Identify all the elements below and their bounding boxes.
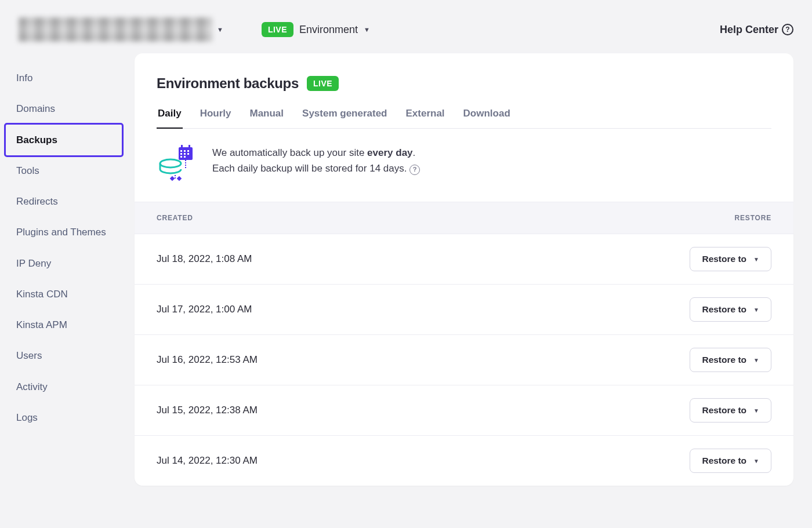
svg-rect-9 — [187, 150, 189, 152]
chevron-down-icon: ▼ — [753, 458, 759, 464]
sidebar-item-info[interactable]: Info — [6, 67, 122, 93]
backup-tabs: Daily Hourly Manual System generated Ext… — [157, 108, 771, 129]
svg-rect-3 — [177, 176, 182, 181]
sidebar-item-activity[interactable]: Activity — [6, 372, 122, 402]
sidebar-item-backups[interactable]: Backups — [6, 125, 122, 155]
svg-rect-10 — [180, 153, 182, 155]
question-circle-icon: ? — [782, 24, 793, 35]
info-line-2: Each daily backup will be stored for 14 … — [212, 161, 420, 176]
main-panel: Environment backups LIVE Daily Hourly Ma… — [135, 53, 793, 486]
chevron-down-icon: ▼ — [753, 307, 759, 313]
sidebar-item-users[interactable]: Users — [6, 340, 122, 371]
table-row: Jul 14, 2022, 12:30 AM Restore to ▼ — [135, 436, 793, 486]
svg-rect-12 — [187, 153, 189, 155]
restore-to-button[interactable]: Restore to ▼ — [690, 449, 771, 473]
sidebar-item-kinsta-cdn[interactable]: Kinsta CDN — [6, 279, 122, 309]
chevron-down-icon: ▼ — [364, 26, 370, 33]
sidebar-item-plugins-and-themes[interactable]: Plugins and Themes — [6, 217, 122, 247]
tab-hourly[interactable]: Hourly — [199, 108, 233, 128]
svg-rect-6 — [188, 145, 190, 148]
backup-calendar-icon — [158, 145, 196, 181]
site-name-redacted — [19, 17, 212, 42]
help-center-link[interactable]: Help Center ? — [720, 24, 793, 36]
live-badge: LIVE — [307, 76, 339, 91]
live-badge: LIVE — [262, 22, 293, 37]
sidebar-item-kinsta-apm[interactable]: Kinsta APM — [6, 309, 122, 340]
chevron-down-icon: ▼ — [753, 407, 759, 414]
environment-label: Environment — [299, 24, 358, 36]
tab-download[interactable]: Download — [462, 108, 512, 128]
site-selector[interactable]: ▼ — [19, 17, 223, 42]
tab-manual[interactable]: Manual — [248, 108, 285, 128]
sidebar-item-logs[interactable]: Logs — [6, 402, 122, 433]
topbar: ▼ LIVE Environment ▼ Help Center ? — [0, 0, 812, 53]
svg-rect-13 — [180, 156, 182, 158]
backup-created: Jul 15, 2022, 12:38 AM — [157, 405, 258, 416]
svg-rect-5 — [181, 145, 183, 148]
info-line-1: We automatically back up your site every… — [212, 145, 420, 161]
col-restore: RESTORE — [735, 214, 771, 222]
table-row: Jul 16, 2022, 12:53 AM Restore to ▼ — [135, 335, 793, 385]
backup-created: Jul 17, 2022, 1:00 AM — [157, 304, 252, 315]
col-created: CREATED — [157, 214, 193, 222]
chevron-down-icon: ▼ — [217, 26, 223, 33]
sidebar-item-tools[interactable]: Tools — [6, 155, 122, 186]
svg-point-0 — [160, 159, 181, 167]
sidebar: Info Domains Backups Tools Redirects Plu… — [6, 53, 122, 433]
backup-created: Jul 14, 2022, 12:30 AM — [157, 455, 258, 467]
table-row: Jul 15, 2022, 12:38 AM Restore to ▼ — [135, 385, 793, 436]
sidebar-item-domains[interactable]: Domains — [6, 93, 122, 124]
backup-created: Jul 16, 2022, 12:53 AM — [157, 354, 258, 366]
svg-rect-8 — [184, 150, 186, 152]
chevron-down-icon: ▼ — [753, 256, 759, 263]
restore-to-button[interactable]: Restore to ▼ — [690, 398, 771, 423]
svg-rect-7 — [180, 150, 182, 152]
svg-rect-11 — [184, 153, 186, 155]
restore-to-button[interactable]: Restore to ▼ — [690, 297, 771, 322]
tab-daily[interactable]: Daily — [157, 108, 183, 129]
tab-system-generated[interactable]: System generated — [301, 108, 388, 128]
help-center-label: Help Center — [720, 24, 778, 36]
table-row: Jul 17, 2022, 1:00 AM Restore to ▼ — [135, 285, 793, 335]
backup-created: Jul 18, 2022, 1:08 AM — [157, 253, 252, 265]
svg-rect-2 — [170, 176, 175, 181]
environment-selector[interactable]: LIVE Environment ▼ — [262, 22, 370, 37]
page-title: Environment backups — [157, 75, 299, 92]
restore-to-button[interactable]: Restore to ▼ — [690, 348, 771, 372]
info-block: We automatically back up your site every… — [135, 129, 793, 202]
sidebar-item-ip-deny[interactable]: IP Deny — [6, 248, 122, 279]
svg-rect-14 — [184, 156, 186, 158]
table-row: Jul 18, 2022, 1:08 AM Restore to ▼ — [135, 234, 793, 285]
question-circle-icon[interactable]: ? — [409, 165, 420, 175]
sidebar-item-redirects[interactable]: Redirects — [6, 186, 122, 217]
tab-external[interactable]: External — [405, 108, 446, 128]
table-header: CREATED RESTORE — [135, 202, 793, 234]
chevron-down-icon: ▼ — [753, 357, 759, 363]
restore-to-button[interactable]: Restore to ▼ — [690, 247, 771, 271]
